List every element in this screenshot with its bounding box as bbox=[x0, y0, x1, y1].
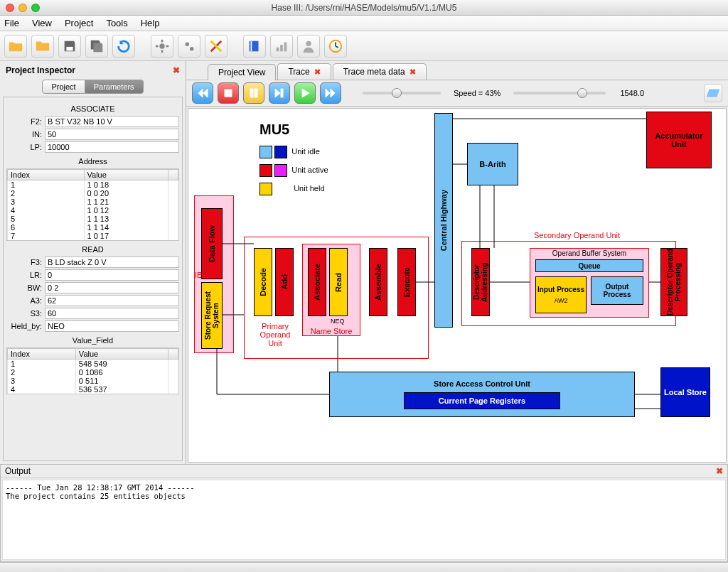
read-block[interactable]: Read bbox=[329, 248, 348, 316]
tab-trace[interactable]: Trace✖ bbox=[277, 63, 331, 80]
address-header: Address bbox=[6, 157, 179, 166]
local-store-block[interactable]: Local Store bbox=[660, 367, 710, 417]
queue-block[interactable]: Queue bbox=[535, 259, 643, 272]
svg-rect-13 bbox=[225, 90, 232, 97]
menu-view[interactable]: View bbox=[32, 18, 52, 28]
pause-button[interactable] bbox=[243, 82, 264, 104]
table-row[interactable]: 1548 549 bbox=[8, 360, 178, 369]
diagram-canvas[interactable]: MU5 Unit idle Unit active Unit held IBU … bbox=[188, 108, 727, 463]
window-title: Hase III: /Users/rni/HASE/Models/mu5/V1.… bbox=[0, 3, 728, 13]
execute-block[interactable]: Execute bbox=[397, 248, 416, 316]
tab-project[interactable]: Project bbox=[42, 80, 85, 94]
speed-slider[interactable] bbox=[363, 92, 441, 95]
table-row[interactable]: 51 1 13 bbox=[8, 215, 178, 223]
associate-block[interactable]: Associate bbox=[308, 248, 326, 316]
menu-help[interactable]: Help bbox=[141, 18, 160, 28]
close-icon[interactable]: ✖ bbox=[314, 68, 321, 77]
save-all-icon[interactable] bbox=[85, 35, 108, 58]
folder-icon[interactable] bbox=[31, 35, 54, 58]
stop-button[interactable] bbox=[218, 82, 239, 104]
input-in[interactable] bbox=[45, 129, 179, 140]
inspector-title: Project Inspector bbox=[6, 65, 75, 75]
tools-icon[interactable] bbox=[205, 35, 228, 58]
table-row[interactable]: 71 0 17 bbox=[8, 232, 178, 240]
input-lp[interactable] bbox=[45, 141, 179, 153]
gears-icon[interactable] bbox=[178, 35, 200, 58]
gear-icon[interactable] bbox=[151, 35, 173, 58]
sou-label: Secondary Operand Unit bbox=[534, 231, 620, 239]
decode-block[interactable]: Decode bbox=[254, 248, 272, 316]
menu-file[interactable]: File bbox=[4, 18, 19, 28]
view-tabs: Project View Trace✖ Trace meta data✖ bbox=[186, 61, 728, 80]
chart-icon[interactable] bbox=[270, 35, 293, 58]
table-row[interactable]: 11 0 18 bbox=[8, 180, 178, 190]
input-s3[interactable] bbox=[45, 308, 179, 319]
accumulator-block[interactable]: Accumulator Unit bbox=[646, 112, 712, 168]
inspector-tabs: Project Parameters bbox=[3, 80, 183, 94]
input-a3[interactable] bbox=[45, 295, 179, 306]
step-button[interactable] bbox=[269, 82, 290, 104]
reload-icon[interactable] bbox=[112, 35, 135, 58]
play-button[interactable] bbox=[294, 82, 316, 104]
menu-tools[interactable]: Tools bbox=[106, 18, 127, 28]
tab-project-view[interactable]: Project View bbox=[208, 64, 276, 80]
open-folder-icon[interactable] bbox=[4, 35, 27, 58]
barith-block[interactable]: B-Arith bbox=[467, 143, 518, 185]
data-flow-block[interactable]: Data Flow bbox=[201, 208, 223, 279]
person-icon[interactable] bbox=[297, 35, 320, 58]
diagram-title: MU5 bbox=[259, 122, 289, 138]
input-process-block[interactable]: Input ProcessAW2 bbox=[535, 276, 587, 313]
tab-parameters[interactable]: Parameters bbox=[85, 80, 144, 94]
output-text[interactable]: ------ Tue Jan 28 12:38:17 GMT 2014 ----… bbox=[2, 480, 726, 560]
window-titlebar: Hase III: /Users/rni/HASE/Models/mu5/V1.… bbox=[0, 0, 728, 16]
table-row[interactable]: 30 511 bbox=[8, 377, 178, 385]
input-f2[interactable] bbox=[45, 116, 179, 127]
close-icon[interactable]: ✖ bbox=[173, 65, 180, 75]
svg-rect-9 bbox=[280, 45, 283, 51]
assemble-block[interactable]: Assemble bbox=[369, 248, 387, 316]
label-a3: A3: bbox=[6, 296, 42, 305]
close-icon[interactable]: ✖ bbox=[410, 68, 416, 77]
table-row[interactable]: 41 0 12 bbox=[8, 206, 178, 215]
position-slider[interactable] bbox=[513, 92, 606, 95]
svg-rect-14 bbox=[250, 89, 253, 97]
descriptor-addressing-block[interactable]: Descriptor Addressing bbox=[471, 248, 490, 316]
menu-project[interactable]: Project bbox=[65, 18, 93, 28]
rewind-button[interactable] bbox=[192, 82, 213, 104]
playback-toolbar: Speed = 43% 1548.0 bbox=[186, 80, 728, 107]
label-in: IN: bbox=[6, 130, 42, 139]
parallelogram-icon[interactable] bbox=[704, 84, 722, 102]
dop-block[interactable]: Descriptor Operand Processing bbox=[660, 248, 687, 316]
table-row[interactable]: 20 1086 bbox=[8, 368, 178, 377]
svg-rect-0 bbox=[66, 46, 73, 50]
section-associate: ASSOCIATE bbox=[6, 104, 179, 113]
clock-icon[interactable] bbox=[324, 35, 347, 58]
svg-point-7 bbox=[190, 46, 194, 50]
sacu-block[interactable]: Store Access Control Unit Current Page R… bbox=[329, 372, 635, 417]
input-f3[interactable] bbox=[45, 257, 179, 268]
table-row[interactable]: 61 1 14 bbox=[8, 223, 178, 232]
label-lr: LR: bbox=[6, 271, 42, 279]
output-process-block[interactable]: Output Process bbox=[591, 276, 643, 305]
input-heldby[interactable] bbox=[45, 320, 179, 332]
svg-point-1 bbox=[159, 43, 164, 48]
tab-trace-meta[interactable]: Trace meta data✖ bbox=[333, 63, 427, 80]
input-bw[interactable] bbox=[45, 282, 179, 293]
neq-label: NEQ bbox=[331, 318, 345, 325]
valuefield-header: Value_Field bbox=[6, 336, 179, 345]
label-heldby: Held_by: bbox=[6, 322, 42, 330]
legend-idle: Unit idle bbox=[259, 146, 320, 158]
book-icon[interactable] bbox=[243, 35, 266, 58]
input-lr[interactable] bbox=[45, 269, 179, 281]
add-block[interactable]: Add bbox=[275, 248, 294, 316]
save-icon[interactable] bbox=[58, 35, 81, 58]
legend-active: Unit active bbox=[259, 164, 328, 177]
store-request-block[interactable]: Store Request System bbox=[201, 282, 223, 349]
pou-label: Primary Operand Unit bbox=[254, 322, 296, 347]
fast-forward-button[interactable] bbox=[320, 82, 341, 104]
central-highway-block[interactable]: Central Highway bbox=[434, 113, 453, 328]
table-row[interactable]: 20 0 20 bbox=[8, 189, 178, 198]
table-row[interactable]: 31 1 21 bbox=[8, 198, 178, 206]
table-row[interactable]: 4536 537 bbox=[8, 385, 178, 394]
close-icon[interactable]: ✖ bbox=[716, 466, 723, 476]
